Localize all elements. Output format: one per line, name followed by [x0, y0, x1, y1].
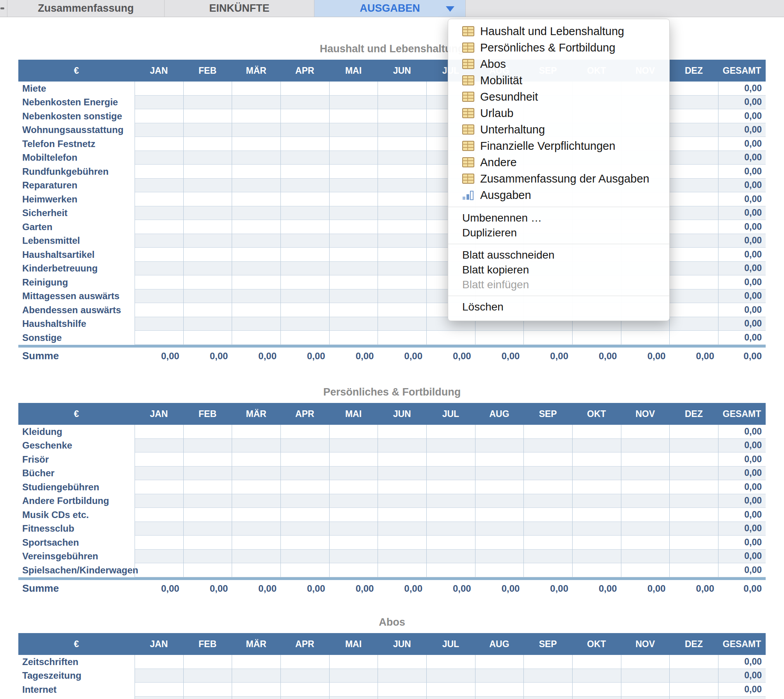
cell-gesamt[interactable]: 0,00: [718, 82, 766, 96]
cell-sep[interactable]: [523, 452, 572, 467]
cell-gesamt[interactable]: 0,00: [718, 522, 766, 536]
cell-aug[interactable]: [475, 508, 524, 522]
cell-apr[interactable]: [280, 467, 329, 481]
cell-apr[interactable]: [280, 563, 329, 577]
cell-okt[interactable]: [572, 452, 621, 467]
cell-dez[interactable]: [669, 303, 718, 317]
cell-feb[interactable]: [183, 137, 232, 151]
cell-dez[interactable]: [669, 452, 718, 467]
cell-mai[interactable]: [329, 697, 378, 699]
cell-aug[interactable]: [475, 563, 524, 577]
cell-jan[interactable]: [135, 123, 183, 137]
cell-gesamt[interactable]: 0,00: [718, 536, 766, 550]
cell-dez[interactable]: [669, 467, 718, 481]
cell-mai[interactable]: [329, 550, 378, 564]
cell-jun[interactable]: [378, 655, 426, 669]
tab-zusammenfassung[interactable]: Zusammenfassung: [7, 0, 165, 17]
cell-feb[interactable]: [183, 563, 232, 577]
cell-mär[interactable]: [232, 669, 280, 683]
summe-cell-jun[interactable]: 0,00: [378, 348, 426, 365]
cell-aug[interactable]: [475, 331, 524, 345]
cell-mär[interactable]: [232, 303, 280, 317]
cell-mär[interactable]: [232, 452, 280, 467]
cell-okt[interactable]: [572, 439, 621, 453]
header-cell-gesamt[interactable]: GESAMT: [718, 403, 766, 425]
cell-jun[interactable]: [378, 137, 426, 151]
header-cell-nov[interactable]: NOV: [621, 403, 670, 425]
summe-cell-okt[interactable]: 0,00: [572, 348, 621, 365]
cell-feb[interactable]: [183, 220, 232, 234]
cell-mai[interactable]: [329, 508, 378, 522]
cell-jun[interactable]: [378, 480, 426, 494]
cell-dez[interactable]: [669, 179, 718, 193]
cell-aug[interactable]: [475, 467, 524, 481]
summe-cell-jul[interactable]: 0,00: [426, 580, 475, 597]
cell-apr[interactable]: [280, 82, 329, 96]
cell-jan[interactable]: [135, 508, 183, 522]
summe-cell-apr[interactable]: 0,00: [280, 348, 329, 365]
menu-item-abos[interactable]: Abos: [448, 56, 669, 72]
cell-jan[interactable]: [135, 655, 183, 669]
summe-cell-dez[interactable]: 0,00: [669, 348, 718, 365]
cell-apr[interactable]: [280, 439, 329, 453]
summe-cell-sep[interactable]: 0,00: [523, 580, 572, 597]
cell-sep[interactable]: [523, 331, 572, 345]
cell-feb[interactable]: [183, 508, 232, 522]
cell-feb[interactable]: [183, 439, 232, 453]
cell-gesamt[interactable]: 0,00: [718, 289, 766, 303]
cell-apr[interactable]: [280, 522, 329, 536]
cell-apr[interactable]: [280, 317, 329, 331]
cell-gesamt[interactable]: 0,00: [718, 96, 766, 110]
cell-mai[interactable]: [329, 536, 378, 550]
cell-feb[interactable]: [183, 248, 232, 262]
cell-feb[interactable]: [183, 550, 232, 564]
cell-dez[interactable]: [669, 425, 718, 439]
cell-mär[interactable]: [232, 425, 280, 439]
cell-jan[interactable]: [135, 331, 183, 345]
cell-okt[interactable]: [572, 697, 621, 699]
cell-okt[interactable]: [572, 480, 621, 494]
cell-feb[interactable]: [183, 425, 232, 439]
cell-aug[interactable]: [475, 425, 524, 439]
menu-item-unterhaltung[interactable]: Unterhaltung: [448, 121, 669, 138]
menu-item-persönliches-fortbildung[interactable]: Persönliches & Fortbildung: [448, 39, 669, 56]
cell-jan[interactable]: [135, 165, 183, 179]
cell-mai[interactable]: [329, 439, 378, 453]
cell-mai[interactable]: [329, 683, 378, 697]
row-label[interactable]: Musik CDs etc.: [18, 508, 135, 522]
header-cell-gesamt[interactable]: GESAMT: [718, 633, 766, 655]
cell-gesamt[interactable]: 0,00: [718, 206, 766, 220]
header-cell-aug[interactable]: AUG: [475, 403, 524, 425]
cell-gesamt[interactable]: 0,00: [718, 179, 766, 193]
header-cell-okt[interactable]: OKT: [572, 403, 621, 425]
cell-apr[interactable]: [280, 425, 329, 439]
cell-jun[interactable]: [378, 494, 426, 508]
cell-gesamt[interactable]: 0,00: [718, 550, 766, 564]
cell-gesamt[interactable]: 0,00: [718, 248, 766, 262]
cell-jan[interactable]: [135, 303, 183, 317]
header-cell-sep[interactable]: SEP: [523, 403, 572, 425]
cell-dez[interactable]: [669, 683, 718, 697]
cell-mär[interactable]: [232, 289, 280, 303]
menu-item-umbenennen[interactable]: Umbenennen …: [448, 211, 669, 225]
cell-feb[interactable]: [183, 234, 232, 248]
cell-aug[interactable]: [475, 669, 524, 683]
cell-gesamt[interactable]: 0,00: [718, 317, 766, 331]
summe-label[interactable]: Summe: [18, 580, 135, 597]
row-label[interactable]: Vereinsgebühren: [18, 550, 135, 564]
cell-jul[interactable]: [426, 331, 475, 345]
cell-jun[interactable]: [378, 289, 426, 303]
cell-jun[interactable]: [378, 452, 426, 467]
cell-apr[interactable]: [280, 508, 329, 522]
cell-nov[interactable]: [621, 683, 670, 697]
cell-gesamt[interactable]: 0,00: [718, 480, 766, 494]
cell-feb[interactable]: [183, 82, 232, 96]
cell-aug[interactable]: [475, 683, 524, 697]
cell-jun[interactable]: [378, 206, 426, 220]
cell-jun[interactable]: [378, 508, 426, 522]
cell-dez[interactable]: [669, 137, 718, 151]
menu-item-andere[interactable]: Andere: [448, 154, 669, 170]
cell-mai[interactable]: [329, 151, 378, 165]
cell-apr[interactable]: [280, 96, 329, 110]
row-label[interactable]: Studiengebühren: [18, 480, 135, 494]
